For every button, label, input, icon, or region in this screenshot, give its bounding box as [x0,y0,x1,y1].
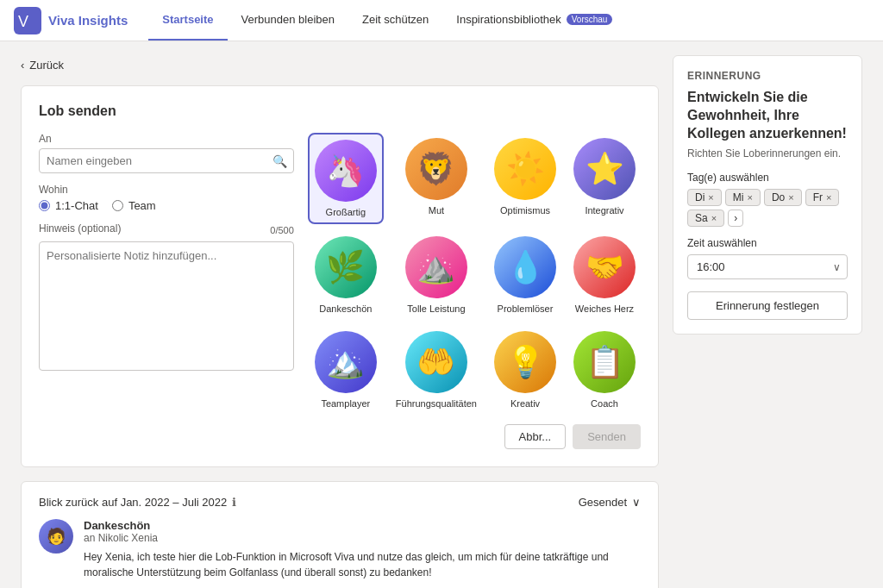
badge-label-weiches-herz: Weiches Herz [575,303,634,314]
lookback-text: Hey Xenia, ich teste hier die Lob-Funkti… [84,549,641,580]
avatar: 🧑 [39,519,73,554]
lob-senden-title: Lob senden [39,103,641,119]
main-content: ‹ Zurück Lob senden An 🔍 Wohin [0,41,883,588]
hinweis-label: Hinweis (optional) [39,222,121,235]
badge-item-problemloeser[interactable]: 💧Problemlöser [489,231,561,319]
badge-label-coach: Coach [591,398,618,409]
to-input[interactable] [39,148,294,173]
day-tag-di[interactable]: Di× [687,189,722,206]
right-panel: Erinnerung Entwickeln Sie die Gewohnheit… [673,55,862,588]
badge-item-kreativ[interactable]: 💡Kreativ [489,326,561,414]
badge-item-grossartig[interactable]: 🦄Großartig [308,133,384,224]
days-label: Tag(e) auswählen [687,172,848,184]
tab-zeit[interactable]: Zeit schützen [348,0,442,41]
left-panel: ‹ Zurück Lob senden An 🔍 Wohin [21,55,659,588]
badge-circle-integrativ: ⭐ [573,138,636,200]
preview-badge: Vorschau [567,14,613,25]
lob-senden-card: Lob senden An 🔍 Wohin 1:1-Chat [21,85,659,467]
lob-form: An 🔍 Wohin 1:1-Chat Team [39,133,641,414]
badge-label-teamplayer: Teamplayer [321,398,370,409]
time-select-wrap: 16:00 08:00 09:00 10:00 12:00 14:00 17:0… [687,254,848,279]
back-button[interactable]: ‹ Zurück [21,55,64,75]
badge-item-weiches-herz[interactable]: 🤝Weiches Herz [568,231,641,319]
radio-team[interactable] [112,200,123,211]
cancel-button[interactable]: Abbr... [504,424,567,449]
reminder-subtitle: Richten Sie Loberinnerungen ein. [687,147,848,160]
badge-grid-container: 🦄Großartig🦁Mut☀️Optimismus⭐Integrativ🌿Da… [308,133,641,414]
form-button-row: Abbr... Senden [39,424,641,449]
hint-row: Hinweis (optional) 0/500 [39,222,294,238]
time-select[interactable]: 16:00 08:00 09:00 10:00 12:00 14:00 17:0… [687,254,848,279]
badge-item-integrativ[interactable]: ⭐Integrativ [568,133,641,224]
badge-grid: 🦄Großartig🦁Mut☀️Optimismus⭐Integrativ🌿Da… [308,133,641,414]
badge-item-optimismus[interactable]: ☀️Optimismus [489,133,561,224]
lookback-card: Blick zurück auf Jan. 2022 – Juli 2022 ℹ… [21,481,659,588]
day-remove-di[interactable]: × [708,192,713,203]
day-label-do: Do [772,191,785,203]
day-tag-do[interactable]: Do× [764,189,802,206]
day-tag-mi[interactable]: Mi× [725,189,761,206]
wohin-label: Wohin [39,184,294,196]
svg-text:V: V [18,13,28,30]
send-button[interactable]: Senden [573,424,641,449]
avatar-emoji: 🧑 [47,527,66,546]
day-remove-sa[interactable]: × [711,213,717,223]
badge-label-tolle-leistung: Tolle Leistung [407,303,465,314]
hinweis-count: 0/500 [270,225,294,235]
lookback-header: Blick zurück auf Jan. 2022 – Juli 2022 ℹ… [39,496,641,509]
badge-item-mut[interactable]: 🦁Mut [391,133,482,224]
badge-circle-tolle-leistung: ⛰️ [405,236,467,298]
radio-chat-label[interactable]: 1:1-Chat [39,199,98,212]
radio-group: 1:1-Chat Team [39,199,294,212]
badge-label-kreativ: Kreativ [510,398,540,409]
hinweis-textarea[interactable] [39,241,294,371]
lookback-status[interactable]: Gesendet ∨ [579,496,641,509]
tab-startseite[interactable]: Startseite [148,0,227,41]
app-logo: V Viva Insights [14,7,128,34]
badge-circle-fuehrungsqualitaeten: 🤲 [405,331,467,393]
lookback-badge-name: Dankeschön [84,519,641,532]
badge-circle-dankeschoen: 🌿 [315,236,377,298]
reminder-heading: Entwickeln Sie die Gewohnheit, Ihre Koll… [687,89,848,142]
time-label: Zeit auswählen [687,237,848,249]
search-icon[interactable]: 🔍 [272,154,287,168]
day-remove-fr[interactable]: × [826,192,831,203]
badge-item-tolle-leistung[interactable]: ⛰️Tolle Leistung [391,231,482,319]
badge-item-dankeschoen[interactable]: 🌿Dankeschön [308,231,384,319]
day-tag-fr[interactable]: Fr× [805,189,840,206]
badge-circle-weiches-herz: 🤝 [573,236,636,298]
badge-circle-coach: 📋 [573,331,636,393]
set-reminder-button[interactable]: Erinnerung festlegen [687,291,848,320]
days-tag-row: Di×Mi×Do×Fr×Sa×› [687,189,848,227]
badge-circle-problemloeser: 💧 [494,236,556,298]
badge-label-integrativ: Integrativ [585,205,623,216]
lookback-content: Dankeschön an Nikolic Xenia Hey Xenia, i… [84,519,641,588]
badge-circle-grossartig: 🦄 [315,140,377,202]
day-remove-do[interactable]: × [788,192,793,203]
badge-item-teamplayer[interactable]: 🏔️Teamplayer [308,326,384,414]
top-navigation: V Viva Insights Startseite Verbunden ble… [0,0,883,41]
chevron-down-icon: ∨ [632,496,641,509]
day-remove-mi[interactable]: × [747,192,752,203]
badge-circle-mut: 🦁 [405,138,467,200]
badge-item-fuehrungsqualitaeten[interactable]: 🤲Führungsqualitäten [391,326,482,414]
badge-label-optimismus: Optimismus [500,205,550,216]
badge-label-problemloeser: Problemlöser [498,303,554,314]
day-label-fr: Fr [813,191,823,203]
day-label-di: Di [695,191,705,203]
badge-circle-kreativ: 💡 [494,331,556,393]
radio-team-label[interactable]: Team [112,199,156,212]
badge-circle-optimismus: ☀️ [494,138,556,200]
tab-inspiration[interactable]: Inspirationsbibliothek Vorschau [442,0,626,41]
to-label: An [39,133,294,145]
days-expand-button[interactable]: › [728,210,743,227]
day-tag-sa[interactable]: Sa× [687,210,724,227]
back-label: Zurück [29,59,64,72]
badge-item-coach[interactable]: 📋Coach [568,326,641,414]
badge-label-fuehrungsqualitaeten: Führungsqualitäten [396,398,477,409]
badge-circle-teamplayer: 🏔️ [315,331,377,393]
info-icon: ℹ [232,496,236,509]
tab-verbunden[interactable]: Verbunden bleiben [228,0,348,41]
day-label-sa: Sa [695,212,708,224]
radio-chat[interactable] [39,200,50,211]
